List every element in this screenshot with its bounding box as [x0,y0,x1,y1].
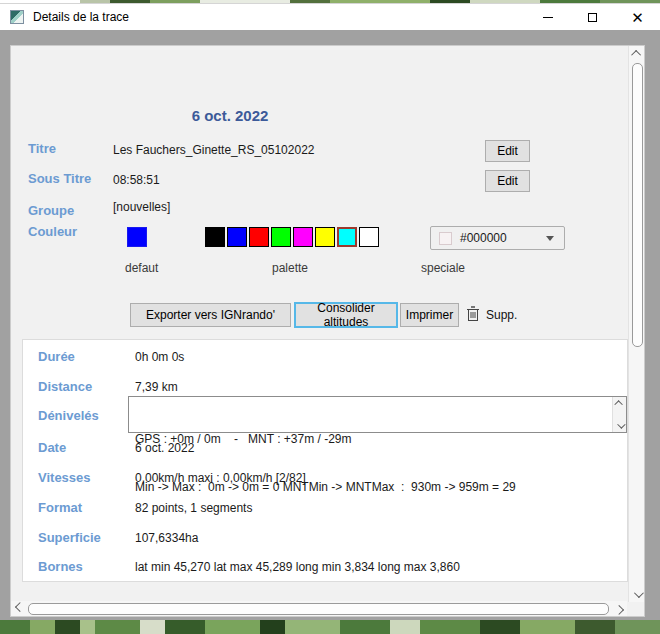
track-date-heading: 6 oct. 2022 [100,107,360,124]
screen: { "window": { "title": "Details de la tr… [0,0,660,634]
sous-titre-value: 08:58:51 [113,173,160,187]
palette-swatch-red[interactable] [249,227,269,247]
defaut-sublabel: defaut [125,261,158,275]
palette-swatch-blue[interactable] [227,227,247,247]
special-color-preview [439,232,452,245]
edit-title-button[interactable]: Edit [485,140,530,162]
deniveles-textbox[interactable]: GPS : +0m / 0m - MNT : +37m / -29m Min -… [128,396,627,433]
bornes-label: Bornes [38,559,83,574]
distance-label: Distance [38,379,92,394]
bornes-value: lat min 45,270 lat max 45,289 long min 3… [135,560,460,574]
export-ignrando-button[interactable]: Exporter vers IGNrando' [130,303,291,327]
scrollbar-up-icon[interactable] [629,46,645,61]
close-button[interactable]: ✕ [615,4,660,31]
horizontal-scrollbar-thumb[interactable] [28,603,609,615]
scrollbar-down-icon[interactable] [629,587,645,602]
palette-swatch-green[interactable] [271,227,291,247]
groupe-label: Groupe [28,203,74,218]
vertical-scrollbar[interactable] [628,46,644,602]
scroll-up-icon[interactable] [613,397,626,409]
deniveles-scrollbar[interactable] [612,397,626,432]
groupe-value: [nouvelles] [113,200,170,214]
palette-swatch-black[interactable] [205,227,225,247]
trash-icon[interactable] [466,305,480,322]
couleur-label: Couleur [28,224,77,239]
date-label: Date [38,440,66,455]
deniveles-label: Dénivelés [38,408,99,423]
superficie-label: Superficie [38,530,101,545]
duree-label: Durée [38,349,75,364]
palette-swatch-cyan-selected[interactable] [337,227,357,247]
palette-sublabel: palette [272,261,308,275]
titre-label: Titre [28,141,56,156]
vitesses-label: Vitesses [38,470,91,485]
chevron-down-icon [546,236,554,241]
duree-value: 0h 0m 0s [135,350,184,364]
scrollbar-left-icon[interactable] [11,601,25,616]
format-label: Format [38,500,82,515]
vitesses-value: 0,00km/h maxi : 0,00km/h [2/82] [135,471,306,485]
maximize-icon [588,13,597,22]
date-value: 6 oct. 2022 [135,441,194,455]
sous-titre-label: Sous Titre [28,171,91,186]
edit-subtitle-button[interactable]: Edit [485,170,530,192]
app-icon [10,10,24,24]
palette-swatch-magenta[interactable] [293,227,313,247]
desktop-background-bottom [0,620,660,634]
special-color-value: #000000 [460,231,507,245]
titre-value: Les Fauchers_Ginette_RS_05102022 [113,143,314,157]
window-title: Details de la trace [33,10,129,24]
vertical-scrollbar-thumb[interactable] [632,63,643,347]
window-controls: ✕ [525,4,660,31]
scrollbar-right-icon[interactable] [613,601,627,616]
superficie-value: 107,6334ha [135,531,198,545]
window-titlebar: Details de la trace ✕ [0,3,660,30]
maximize-button[interactable] [570,4,615,31]
minimize-button[interactable] [525,4,570,31]
palette-swatch-yellow[interactable] [315,227,335,247]
horizontal-scrollbar[interactable] [11,601,627,616]
color-palette [205,227,381,247]
palette-swatch-white[interactable] [359,227,379,247]
scroll-down-icon[interactable] [613,420,626,432]
minimize-icon [543,17,553,18]
consolidate-altitudes-button[interactable]: Consolider altitudes [294,302,398,328]
format-value: 82 points, 1 segments [135,501,252,515]
speciale-sublabel: speciale [421,261,465,275]
special-color-dropdown[interactable]: #000000 [430,226,565,250]
print-button[interactable]: Imprimer [400,303,459,327]
deniveles-line-1: GPS : +0m / 0m - MNT : +37m / -29m [135,431,620,447]
delete-label[interactable]: Supp. [486,308,517,322]
distance-value: 7,39 km [135,380,178,394]
default-color-swatch[interactable] [127,227,147,247]
close-icon: ✕ [631,10,644,25]
